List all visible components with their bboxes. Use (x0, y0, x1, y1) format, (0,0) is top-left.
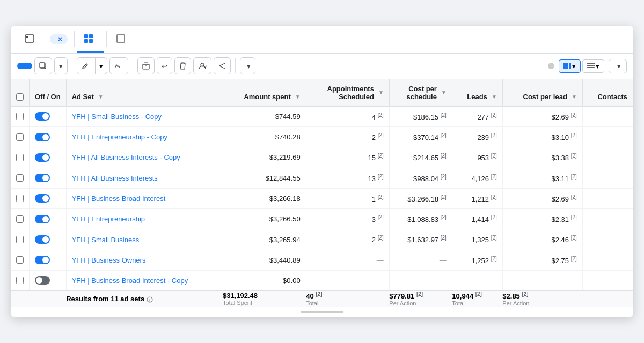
undo-button[interactable]: ↩ (157, 57, 172, 74)
row-checkbox[interactable] (16, 195, 24, 202)
adset-name-link[interactable]: YFH | Small Business (72, 236, 139, 244)
rules-button[interactable]: ▾ (240, 57, 255, 74)
row-checkbox[interactable] (16, 174, 24, 182)
adset-name-link[interactable]: YFH | All Business Interests - Copy (72, 153, 180, 161)
column-view-button-1[interactable]: ▾ (559, 59, 581, 73)
svg-rect-10 (587, 65, 595, 66)
appts-cell: 3 [2] (306, 209, 389, 229)
tab-campaigns[interactable] (17, 26, 46, 53)
toggle-switch[interactable] (35, 215, 50, 223)
svg-rect-1 (26, 36, 28, 38)
adset-name-link[interactable]: YFH | Entrepreneurship - Copy (72, 133, 167, 141)
duplicate-button[interactable] (34, 57, 52, 74)
ab-test-button[interactable] (109, 57, 128, 74)
contacts-cell (582, 271, 633, 291)
contacts-cell (582, 168, 633, 188)
cost-sched-cell: $988.04 [2] (389, 168, 452, 188)
contacts-cell (582, 209, 633, 229)
edit-button[interactable] (77, 57, 96, 74)
leads-cell: 1,414 [2] (452, 209, 502, 229)
table-row: YFH | All Business Interests - Copy$3,21… (11, 147, 633, 168)
row-checkbox[interactable] (16, 277, 24, 284)
adset-name-link[interactable]: YFH | Business Broad Interest (72, 195, 166, 203)
footer-label: Results from 11 ad sets i (66, 290, 223, 307)
column-view-button-2[interactable]: ▾ (582, 59, 604, 73)
toggle-switch[interactable] (35, 112, 50, 121)
table-row: YFH | Business Broad Interest$3,266.181 … (11, 188, 633, 208)
leads-cell: 277 [2] (452, 106, 502, 126)
campaigns-icon (25, 34, 34, 43)
more-button[interactable] (214, 57, 231, 74)
app-window: × ▾ ▾ (11, 26, 633, 318)
adset-name-link[interactable]: YFH | Business Broad Interest - Copy (72, 277, 188, 285)
toggle-switch[interactable] (35, 174, 50, 182)
toggle-switch[interactable] (35, 276, 50, 285)
leads-cell: 1,212 [2] (452, 188, 502, 208)
col-header-adset: Ad Set ▼ (66, 79, 223, 107)
select-all-checkbox[interactable] (16, 93, 24, 101)
leads-cell: — (452, 271, 502, 291)
row-checkbox[interactable] (16, 113, 24, 120)
adsets-icon (84, 34, 93, 43)
tab-adsets[interactable] (77, 26, 104, 53)
svg-text:i: i (149, 297, 150, 302)
svg-rect-3 (40, 63, 45, 68)
cost-lead-cell: $2.69 [2] (502, 188, 582, 208)
archive-button[interactable] (137, 57, 155, 74)
clear-selection-button[interactable]: × (58, 35, 62, 43)
reports-button[interactable]: ▾ (609, 59, 627, 73)
trash-button[interactable] (174, 57, 191, 74)
selected-badge[interactable]: × (50, 34, 68, 44)
adset-name-link[interactable]: YFH | All Business Interests (72, 174, 158, 182)
view-setup[interactable] (545, 63, 554, 69)
cost-sched-cell: $370.14 [2] (389, 126, 452, 147)
amount-cell: $3,265.94 (223, 229, 306, 250)
adset-name-link[interactable]: YFH | Business Owners (72, 256, 146, 264)
row-checkbox[interactable] (16, 133, 24, 141)
contacts-cell (582, 250, 633, 270)
assign-button[interactable] (193, 57, 211, 74)
create-button[interactable] (17, 63, 32, 69)
footer-row: Results from 11 ad sets i $31,192.48Tota… (11, 290, 633, 307)
cost-sched-cell: — (389, 250, 452, 270)
table-row: YFH | Business Owners$3,440.89——1,252 [2… (11, 250, 633, 270)
footer-appts: 40 [2]Total (306, 290, 389, 307)
cost-sched-cell: — (389, 271, 452, 291)
toggle-switch[interactable] (35, 153, 50, 162)
adset-name-link[interactable]: YFH | Small Business - Copy (72, 113, 162, 121)
col-header-cost-sched: Cost perschedule ▼ (389, 79, 452, 107)
row-checkbox[interactable] (16, 256, 24, 264)
tab-ads[interactable] (109, 26, 136, 53)
footer-cost-lead: $2.85 [2]Per Action (502, 290, 582, 307)
svg-rect-4 (143, 64, 149, 69)
scroll-bar[interactable] (301, 311, 343, 313)
contacts-cell (582, 147, 633, 168)
footer-amount: $31,192.48Total Spent (223, 290, 306, 307)
edit-dropdown-button[interactable]: ▾ (96, 57, 107, 74)
row-checkbox[interactable] (16, 154, 24, 161)
scroll-hint (11, 307, 633, 317)
col-header-contacts: Contacts (582, 79, 633, 107)
footer-cost-sched: $779.81 [2]Per Action (389, 290, 452, 307)
adset-name-link[interactable]: YFH | Entrepreneurship (72, 215, 145, 223)
cost-lead-cell: $2.75 [2] (502, 250, 582, 270)
cost-lead-cell: $2.46 [2] (502, 229, 582, 250)
row-checkbox[interactable] (16, 215, 24, 223)
toggle-switch[interactable] (35, 194, 50, 203)
toggle-switch[interactable] (35, 133, 50, 141)
toggle-switch[interactable] (35, 256, 50, 264)
leads-cell: 4,126 [2] (452, 168, 502, 188)
footer-check (11, 290, 30, 307)
row-checkbox[interactable] (16, 236, 24, 243)
leads-cell: 953 [2] (452, 147, 502, 168)
appts-cell: 15 [2] (306, 147, 389, 168)
toggle-switch[interactable] (35, 235, 50, 244)
col-header-toggle: Off / On (30, 79, 67, 107)
amount-cell: $0.00 (223, 271, 306, 291)
dropdown-button[interactable]: ▾ (54, 57, 68, 74)
toolbar: ▾ ▾ ↩ ▾ (11, 54, 633, 79)
amount-cell: $3,219.69 (223, 147, 306, 168)
table-row: YFH | Business Broad Interest - Copy$0.0… (11, 271, 633, 291)
appts-cell: 4 [2] (306, 106, 389, 126)
cost-sched-cell: $214.65 [2] (389, 147, 452, 168)
